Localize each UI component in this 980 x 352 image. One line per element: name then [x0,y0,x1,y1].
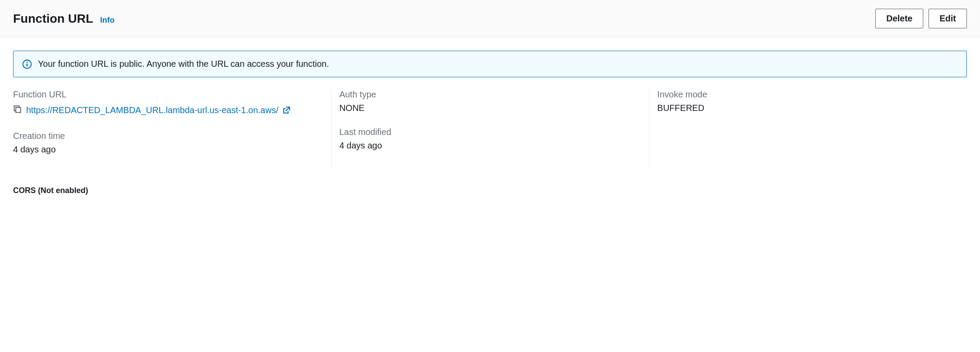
details-col-3: Invoke mode BUFFERED [649,90,967,169]
copy-icon[interactable] [13,105,22,114]
page-title: Function URL [13,12,93,26]
external-link-icon [283,106,291,114]
creation-time-field: Creation time 4 days ago [13,131,318,155]
content-area: Your function URL is public. Anyone with… [0,38,980,208]
cors-heading: CORS (Not enabled) [13,186,967,195]
function-url-field: Function URL https://REDACTED_LAMBDA_URL… [13,90,318,117]
alert-message: Your function URL is public. Anyone with… [38,59,329,69]
last-modified-label: Last modified [339,127,636,137]
invoke-mode-value: BUFFERED [657,103,954,113]
info-icon [22,59,32,69]
function-url-label: Function URL [13,90,318,100]
svg-line-4 [285,107,289,111]
svg-rect-3 [16,107,21,112]
details-col-2: Auth type NONE Last modified 4 days ago [331,90,649,169]
last-modified-value: 4 days ago [339,141,636,151]
public-url-alert: Your function URL is public. Anyone with… [13,51,967,77]
invoke-mode-field: Invoke mode BUFFERED [657,90,954,113]
function-url-text: https://REDACTED_LAMBDA_URL.lambda-url.u… [26,105,278,115]
svg-point-2 [27,62,27,62]
page-header: Function URL Info Delete Edit [0,0,980,38]
creation-time-label: Creation time [13,131,318,141]
invoke-mode-label: Invoke mode [657,90,954,100]
header-left: Function URL Info [13,12,115,26]
last-modified-field: Last modified 4 days ago [339,127,636,151]
auth-type-value: NONE [339,103,636,113]
details-grid: Function URL https://REDACTED_LAMBDA_URL… [13,90,967,169]
details-col-1: Function URL https://REDACTED_LAMBDA_URL… [13,90,331,169]
header-actions: Delete Edit [875,9,967,28]
function-url-link[interactable]: https://REDACTED_LAMBDA_URL.lambda-url.u… [26,103,291,117]
creation-time-value: 4 days ago [13,145,318,155]
auth-type-label: Auth type [339,90,636,100]
edit-button[interactable]: Edit [929,9,967,28]
delete-button[interactable]: Delete [875,9,923,28]
info-link[interactable]: Info [100,16,115,25]
auth-type-field: Auth type NONE [339,90,636,113]
function-url-row: https://REDACTED_LAMBDA_URL.lambda-url.u… [13,103,318,117]
